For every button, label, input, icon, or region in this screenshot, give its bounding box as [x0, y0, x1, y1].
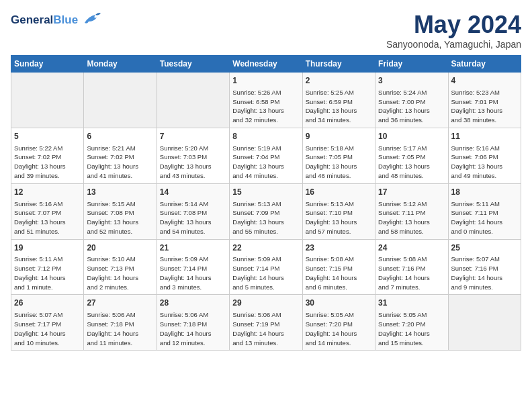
calendar-day-cell: 27Sunrise: 5:06 AM Sunset: 7:18 PM Dayli…	[84, 295, 157, 351]
day-number: 9	[306, 131, 372, 142]
day-number: 7	[160, 131, 226, 142]
day-info: Sunrise: 5:08 AM Sunset: 7:15 PM Dayligh…	[306, 255, 372, 291]
day-info: Sunrise: 5:13 AM Sunset: 7:10 PM Dayligh…	[306, 199, 372, 236]
day-info: Sunrise: 5:08 AM Sunset: 7:16 PM Dayligh…	[378, 255, 445, 291]
day-info: Sunrise: 5:17 AM Sunset: 7:05 PM Dayligh…	[378, 144, 445, 181]
title-block: May 2024 Sanyoonoda, Yamaguchi, Japan	[386, 11, 521, 50]
calendar-day-cell: 24Sunrise: 5:08 AM Sunset: 7:16 PM Dayli…	[375, 239, 448, 295]
day-number: 15	[232, 187, 299, 198]
calendar-day-cell: 2Sunrise: 5:25 AM Sunset: 6:59 PM Daylig…	[302, 73, 375, 128]
day-header-saturday: Saturday	[448, 56, 521, 73]
calendar-day-cell: 17Sunrise: 5:12 AM Sunset: 7:11 PM Dayli…	[375, 183, 448, 239]
calendar-day-cell: 9Sunrise: 5:18 AM Sunset: 7:05 PM Daylig…	[302, 128, 375, 183]
calendar-day-cell: 11Sunrise: 5:16 AM Sunset: 7:06 PM Dayli…	[448, 128, 521, 183]
calendar-day-cell: 6Sunrise: 5:21 AM Sunset: 7:02 PM Daylig…	[84, 128, 157, 183]
day-info: Sunrise: 5:16 AM Sunset: 7:06 PM Dayligh…	[451, 144, 518, 181]
day-number: 4	[451, 75, 518, 87]
day-info: Sunrise: 5:20 AM Sunset: 7:03 PM Dayligh…	[160, 144, 226, 181]
day-number: 14	[160, 187, 226, 198]
calendar-day-cell	[448, 295, 521, 351]
calendar-day-cell: 14Sunrise: 5:14 AM Sunset: 7:08 PM Dayli…	[157, 183, 229, 239]
day-info: Sunrise: 5:05 AM Sunset: 7:20 PM Dayligh…	[306, 310, 372, 347]
calendar-day-cell: 21Sunrise: 5:09 AM Sunset: 7:14 PM Dayli…	[157, 239, 229, 295]
day-info: Sunrise: 5:13 AM Sunset: 7:09 PM Dayligh…	[232, 199, 299, 236]
day-info: Sunrise: 5:26 AM Sunset: 6:58 PM Dayligh…	[232, 88, 299, 125]
day-number: 5	[14, 131, 81, 142]
day-info: Sunrise: 5:15 AM Sunset: 7:08 PM Dayligh…	[87, 199, 153, 236]
calendar-week-row: 26Sunrise: 5:07 AM Sunset: 7:17 PM Dayli…	[11, 295, 521, 351]
calendar-day-cell: 29Sunrise: 5:06 AM Sunset: 7:19 PM Dayli…	[230, 295, 302, 351]
calendar-day-cell: 22Sunrise: 5:09 AM Sunset: 7:14 PM Dayli…	[230, 239, 302, 295]
day-info: Sunrise: 5:19 AM Sunset: 7:04 PM Dayligh…	[232, 144, 299, 181]
day-info: Sunrise: 5:21 AM Sunset: 7:02 PM Dayligh…	[87, 144, 153, 181]
day-number: 21	[160, 242, 226, 254]
logo-blue-text: Blue	[53, 13, 78, 26]
calendar-day-cell: 15Sunrise: 5:13 AM Sunset: 7:09 PM Dayli…	[230, 183, 302, 239]
day-number: 16	[306, 187, 372, 198]
logo-bird-icon	[82, 11, 101, 30]
day-number: 8	[232, 131, 299, 142]
day-number: 30	[306, 298, 372, 309]
logo-general: General	[11, 13, 53, 26]
day-number: 22	[232, 242, 299, 254]
calendar-day-cell: 1Sunrise: 5:26 AM Sunset: 6:58 PM Daylig…	[230, 73, 302, 128]
day-number: 6	[87, 131, 153, 142]
day-number: 27	[87, 298, 153, 309]
calendar-day-cell: 5Sunrise: 5:22 AM Sunset: 7:02 PM Daylig…	[11, 128, 84, 183]
calendar-week-row: 1Sunrise: 5:26 AM Sunset: 6:58 PM Daylig…	[11, 73, 521, 128]
day-number: 18	[451, 187, 518, 198]
day-number: 2	[306, 75, 372, 87]
day-info: Sunrise: 5:22 AM Sunset: 7:02 PM Dayligh…	[14, 144, 81, 181]
day-info: Sunrise: 5:11 AM Sunset: 7:11 PM Dayligh…	[451, 199, 518, 236]
day-number: 17	[378, 187, 445, 198]
day-info: Sunrise: 5:06 AM Sunset: 7:19 PM Dayligh…	[232, 310, 299, 347]
day-info: Sunrise: 5:18 AM Sunset: 7:05 PM Dayligh…	[306, 144, 372, 181]
calendar-day-cell	[11, 73, 84, 128]
calendar-week-row: 12Sunrise: 5:16 AM Sunset: 7:07 PM Dayli…	[11, 183, 521, 239]
month-title: May 2024	[386, 11, 521, 39]
day-info: Sunrise: 5:11 AM Sunset: 7:12 PM Dayligh…	[14, 255, 81, 291]
calendar-day-cell: 28Sunrise: 5:06 AM Sunset: 7:18 PM Dayli…	[157, 295, 229, 351]
day-info: Sunrise: 5:07 AM Sunset: 7:16 PM Dayligh…	[451, 255, 518, 291]
calendar-day-cell: 13Sunrise: 5:15 AM Sunset: 7:08 PM Dayli…	[84, 183, 157, 239]
day-info: Sunrise: 5:06 AM Sunset: 7:18 PM Dayligh…	[87, 310, 153, 347]
day-number: 28	[160, 298, 226, 309]
day-header-thursday: Thursday	[302, 56, 375, 73]
calendar-day-cell: 31Sunrise: 5:05 AM Sunset: 7:20 PM Dayli…	[375, 295, 448, 351]
day-number: 3	[378, 75, 445, 87]
calendar-day-cell: 18Sunrise: 5:11 AM Sunset: 7:11 PM Dayli…	[448, 183, 521, 239]
day-number: 24	[378, 242, 445, 254]
calendar-day-cell: 12Sunrise: 5:16 AM Sunset: 7:07 PM Dayli…	[11, 183, 84, 239]
day-info: Sunrise: 5:07 AM Sunset: 7:17 PM Dayligh…	[14, 310, 81, 347]
day-number: 12	[14, 187, 81, 198]
day-header-friday: Friday	[375, 56, 448, 73]
calendar-day-cell: 8Sunrise: 5:19 AM Sunset: 7:04 PM Daylig…	[230, 128, 302, 183]
calendar-day-cell: 4Sunrise: 5:23 AM Sunset: 7:01 PM Daylig…	[448, 73, 521, 128]
calendar-day-cell: 23Sunrise: 5:08 AM Sunset: 7:15 PM Dayli…	[302, 239, 375, 295]
day-number: 11	[451, 131, 518, 142]
logo: GeneralBlue	[11, 11, 101, 30]
day-info: Sunrise: 5:12 AM Sunset: 7:11 PM Dayligh…	[378, 199, 445, 236]
day-number: 25	[451, 242, 518, 254]
day-info: Sunrise: 5:10 AM Sunset: 7:13 PM Dayligh…	[87, 255, 153, 291]
calendar-day-cell: 3Sunrise: 5:24 AM Sunset: 7:00 PM Daylig…	[375, 73, 448, 128]
day-info: Sunrise: 5:09 AM Sunset: 7:14 PM Dayligh…	[232, 255, 299, 291]
day-header-monday: Monday	[84, 56, 157, 73]
calendar-week-row: 5Sunrise: 5:22 AM Sunset: 7:02 PM Daylig…	[11, 128, 521, 183]
calendar-day-cell: 10Sunrise: 5:17 AM Sunset: 7:05 PM Dayli…	[375, 128, 448, 183]
calendar-day-cell	[84, 73, 157, 128]
calendar-week-row: 19Sunrise: 5:11 AM Sunset: 7:12 PM Dayli…	[11, 239, 521, 295]
calendar-day-cell: 20Sunrise: 5:10 AM Sunset: 7:13 PM Dayli…	[84, 239, 157, 295]
calendar-day-cell	[157, 73, 229, 128]
day-info: Sunrise: 5:14 AM Sunset: 7:08 PM Dayligh…	[160, 199, 226, 236]
day-info: Sunrise: 5:23 AM Sunset: 7:01 PM Dayligh…	[451, 88, 518, 125]
calendar-day-cell: 30Sunrise: 5:05 AM Sunset: 7:20 PM Dayli…	[302, 295, 375, 351]
day-number: 26	[14, 298, 81, 309]
calendar-day-cell: 25Sunrise: 5:07 AM Sunset: 7:16 PM Dayli…	[448, 239, 521, 295]
day-info: Sunrise: 5:05 AM Sunset: 7:20 PM Dayligh…	[378, 310, 445, 347]
day-number: 10	[378, 131, 445, 142]
page-header: GeneralBlue May 2024 Sanyoonoda, Yamaguc…	[11, 11, 521, 50]
day-header-tuesday: Tuesday	[157, 56, 229, 73]
day-number: 1	[232, 75, 299, 87]
calendar-table: SundayMondayTuesdayWednesdayThursdayFrid…	[11, 55, 521, 351]
